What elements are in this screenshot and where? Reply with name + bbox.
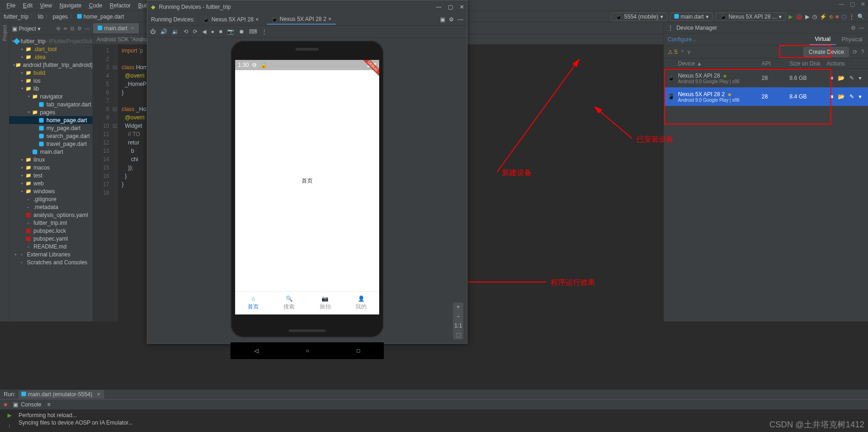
- nav-item[interactable]: 🔍搜索: [271, 292, 308, 314]
- nav-item[interactable]: 📷旅拍: [307, 292, 343, 314]
- more-icon[interactable]: ▾: [859, 75, 861, 81]
- zoom-fit-icon[interactable]: ⬚: [456, 330, 461, 340]
- tree-row[interactable]: tab_navigator.dart: [9, 100, 92, 108]
- phone-screen[interactable]: 1:30 ⚙ 🔒 ▲ ▮ DEBUG 首页 ⌂首页🔍搜索📷旅拍👤我的: [235, 60, 379, 314]
- attach-icon[interactable]: ⎋: [829, 13, 833, 20]
- close-icon[interactable]: ✕: [460, 4, 464, 10]
- tree-row[interactable]: ▾lib: [9, 85, 92, 92]
- close-icon[interactable]: ✕: [861, 1, 865, 7]
- volume-down-icon[interactable]: 🔉: [172, 28, 179, 35]
- menu-edit[interactable]: Edit: [19, 1, 36, 10]
- tree-row[interactable]: travel_page.dart: [9, 140, 92, 148]
- tree-row[interactable]: ▸android [fultter_trip_android]: [9, 61, 92, 69]
- tree-row[interactable]: ▸windows: [9, 187, 92, 195]
- zoom-in-icon[interactable]: +: [456, 302, 460, 312]
- hide-icon[interactable]: —: [458, 16, 463, 23]
- keyboard-icon[interactable]: ⌨: [249, 28, 257, 35]
- tree-row[interactable]: ▸build: [9, 69, 92, 77]
- back-icon[interactable]: ◀: [202, 28, 206, 35]
- minimize-icon[interactable]: —: [839, 1, 844, 7]
- menu-file[interactable]: File: [3, 1, 19, 10]
- console-tab[interactable]: Console: [21, 401, 41, 408]
- menu-view[interactable]: View: [36, 1, 56, 10]
- breadcrumb[interactable]: pages: [53, 13, 68, 20]
- menu-navigate[interactable]: Navigate: [56, 1, 85, 10]
- tree-row[interactable]: ▸ios: [9, 77, 92, 85]
- edit-icon[interactable]: ✎: [849, 75, 854, 81]
- rotate-left-icon[interactable]: ⟲: [184, 28, 188, 35]
- nav-item[interactable]: 👤我的: [343, 292, 380, 314]
- home-icon[interactable]: ○: [306, 347, 309, 354]
- project-tab[interactable]: Project: [2, 25, 7, 41]
- tab-physical[interactable]: Physical: [836, 34, 868, 45]
- devtools-icon[interactable]: ⬡: [842, 13, 846, 20]
- home-icon[interactable]: ●: [211, 28, 214, 35]
- tree-row[interactable]: ▾pages: [9, 108, 92, 116]
- run-icon[interactable]: ▶: [789, 13, 793, 20]
- tree-row[interactable]: main.dart: [9, 148, 92, 156]
- maximize-icon[interactable]: ▢: [448, 4, 453, 10]
- configure-link[interactable]: Configure...: [664, 34, 700, 45]
- warnings-badge[interactable]: ⚠ 5: [668, 49, 677, 55]
- collapse-icon[interactable]: ⊟: [70, 26, 74, 32]
- tree-row[interactable]: pubspec.yaml: [9, 235, 92, 242]
- tree-row[interactable]: pubspec.lock: [9, 227, 92, 235]
- breadcrumb[interactable]: lib: [38, 13, 43, 20]
- tree-row[interactable]: ▸web: [9, 179, 92, 187]
- tree-row[interactable]: home_page.dart: [9, 116, 92, 124]
- create-device-button[interactable]: Create Device: [803, 47, 849, 57]
- minimize-icon[interactable]: —: [436, 4, 441, 10]
- folder-icon[interactable]: 📂: [838, 75, 845, 81]
- tree-row[interactable]: ▸.idea: [9, 53, 92, 61]
- device-selector[interactable]: 📱 5554 (mobile) ▾: [611, 13, 667, 21]
- search-icon[interactable]: 🔍: [857, 13, 864, 20]
- tree-row[interactable]: README.md: [9, 242, 92, 250]
- menu-code[interactable]: Code: [85, 1, 106, 10]
- edit-icon[interactable]: ✎: [849, 93, 854, 100]
- system-nav[interactable]: ◁ ○ □: [230, 342, 384, 359]
- stop-icon[interactable]: ■: [835, 13, 839, 20]
- debug-icon[interactable]: 🐞: [796, 13, 802, 20]
- help-icon[interactable]: ?: [861, 49, 864, 55]
- breadcrumb[interactable]: fultter_trip: [4, 13, 28, 20]
- editor-tab[interactable]: main.dart ×: [93, 23, 139, 33]
- zoom-control[interactable]: + − 1:1 ⬚: [453, 302, 463, 340]
- tree-row[interactable]: .metadata: [9, 203, 92, 211]
- settings-icon[interactable]: ⚙: [449, 16, 454, 23]
- device-row[interactable]: 📱Nexus 5X API 28 2 Android 9.0 Google Pl…: [664, 87, 868, 106]
- tree-row[interactable]: ▾navigator: [9, 92, 92, 100]
- hot-reload-icon[interactable]: ⚡: [820, 13, 827, 20]
- record-icon[interactable]: ⏺: [239, 28, 244, 35]
- bottom-nav[interactable]: ⌂首页🔍搜索📷旅拍👤我的: [235, 291, 379, 314]
- screenshot-icon[interactable]: 📷: [227, 28, 234, 35]
- back-icon[interactable]: ◁: [254, 347, 258, 354]
- target-device[interactable]: 📱 Nexus 5X API 28 ... ▾: [716, 13, 786, 21]
- menu-refactor[interactable]: Refactor: [106, 1, 134, 10]
- more-icon[interactable]: ▾: [859, 93, 861, 100]
- tree-row[interactable]: my_page.dart: [9, 124, 92, 132]
- refresh-icon[interactable]: ⟳: [853, 49, 857, 55]
- zoom-out-icon[interactable]: −: [456, 312, 460, 321]
- zoom-ratio[interactable]: 1:1: [454, 321, 462, 330]
- console-output[interactable]: Performing hot reload... Syncing files t…: [19, 412, 133, 430]
- dock-icon[interactable]: ▣: [440, 16, 445, 23]
- maximize-icon[interactable]: ▢: [850, 1, 855, 7]
- tree-row[interactable]: Scratches and Consoles: [9, 258, 92, 266]
- rerun-icon[interactable]: ■: [4, 401, 7, 408]
- settings-icon[interactable]: ⚙: [77, 26, 82, 32]
- profile-icon[interactable]: ◷: [812, 13, 817, 20]
- overview-icon[interactable]: ■: [219, 28, 222, 35]
- step-icon[interactable]: ↓: [8, 422, 11, 429]
- tree-row[interactable]: search_page.dart: [9, 132, 92, 140]
- select-opened-icon[interactable]: ⊕: [56, 26, 60, 32]
- emulator-tab[interactable]: 📱 Nexus 5X API 28 2 ×: [267, 14, 336, 25]
- project-tree[interactable]: ▾fultter_trip ~\FlutterProject\fult▸.dar…: [9, 35, 92, 321]
- run-icon[interactable]: ▶: [7, 412, 12, 419]
- more-icon[interactable]: ⋮: [849, 13, 855, 20]
- tree-row[interactable]: .gitignore: [9, 195, 92, 203]
- tree-row[interactable]: ▾fultter_trip ~\FlutterProject\fult: [9, 37, 92, 45]
- volume-up-icon[interactable]: 🔊: [160, 28, 167, 35]
- breadcrumb[interactable]: home_page.dart: [77, 13, 124, 20]
- tree-row[interactable]: ▸macos: [9, 164, 92, 171]
- device-row[interactable]: 📱Nexus 5X API 28 Android 9.0 Google Play…: [664, 69, 868, 87]
